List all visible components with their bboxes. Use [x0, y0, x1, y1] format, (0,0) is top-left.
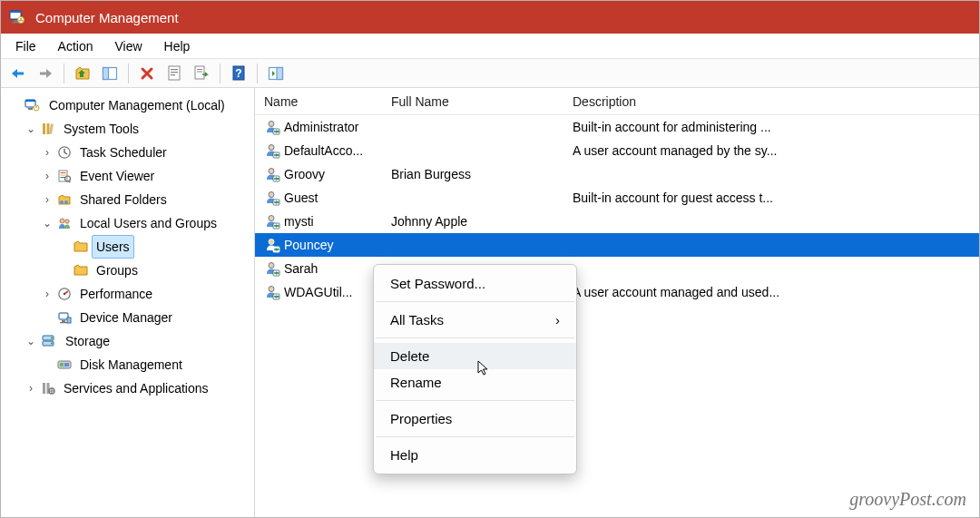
user-name-cell: Sarah — [260, 260, 387, 277]
watermark: groovyPost.com — [849, 489, 966, 510]
show-hide-tree-button[interactable] — [98, 62, 122, 85]
menu-help[interactable]: Help — [153, 37, 201, 55]
expand-closed-icon[interactable]: › — [41, 165, 54, 187]
device-manager-icon — [57, 310, 72, 325]
toolbar: ? — [1, 59, 979, 88]
list-pane[interactable]: Name Full Name Description Administrator… — [255, 88, 979, 517]
ctx-label: Rename — [390, 375, 442, 390]
help-button[interactable]: ? — [227, 62, 250, 85]
column-header-fullname[interactable]: Full Name — [387, 94, 569, 109]
svg-rect-16 — [197, 69, 202, 70]
forward-button[interactable] — [34, 62, 57, 85]
user-row[interactable]: DefaultAcco...A user account managed by … — [255, 139, 979, 162]
expand-closed-icon[interactable]: › — [41, 283, 54, 305]
user-description-cell: A user account managed and used... — [569, 285, 979, 299]
tree-local-users-groups[interactable]: ⌄ Local Users and Groups — [39, 211, 250, 235]
user-row[interactable]: AdministratorBuilt-in account for admini… — [255, 115, 979, 139]
tree-root[interactable]: Computer Management (Local) — [6, 93, 250, 117]
ctx-set-password[interactable]: Set Password... — [374, 270, 576, 297]
tree-shared-folders[interactable]: › Shared Folders — [39, 188, 250, 211]
expand-closed-icon[interactable]: › — [24, 377, 37, 399]
svg-rect-43 — [62, 320, 65, 322]
menu-action[interactable]: Action — [47, 37, 104, 55]
user-name-cell: Pouncey — [260, 237, 387, 253]
back-button[interactable] — [6, 62, 30, 85]
action-pane-button[interactable] — [264, 62, 288, 85]
svg-rect-26 — [35, 106, 36, 108]
ctx-properties[interactable]: Properties — [374, 406, 576, 432]
tree-disk-management[interactable]: Disk Management — [39, 353, 250, 376]
tree-groups[interactable]: Groups — [55, 259, 250, 282]
svg-point-49 — [51, 343, 53, 345]
user-name-label: Pouncey — [284, 238, 333, 252]
clock-icon — [57, 145, 72, 160]
svg-rect-13 — [171, 72, 178, 73]
ctx-help[interactable]: Help — [374, 442, 576, 468]
tree-task-scheduler[interactable]: › Task Scheduler — [39, 141, 250, 164]
svg-point-39 — [65, 220, 69, 223]
tree-system-tools[interactable]: ⌄ System Tools — [23, 117, 250, 141]
expand-closed-icon[interactable]: › — [41, 189, 54, 210]
user-name-label: Sarah — [284, 261, 318, 276]
svg-rect-53 — [43, 383, 45, 394]
expand-open-icon[interactable]: ⌄ — [41, 212, 54, 234]
user-description-cell: Built-in account for guest access t... — [569, 191, 979, 205]
system-tools-icon — [41, 122, 55, 136]
user-row[interactable]: Sarah — [255, 257, 979, 280]
tree-label: Local Users and Groups — [75, 211, 221, 235]
menu-view[interactable]: View — [103, 37, 152, 55]
up-button[interactable] — [71, 62, 94, 85]
properties-button[interactable] — [162, 62, 186, 85]
folder-icon — [74, 264, 88, 277]
tree-services-apps[interactable]: › Services and Applications — [23, 376, 250, 400]
tree-label: Disk Management — [75, 353, 187, 376]
svg-rect-87 — [274, 296, 278, 297]
svg-rect-67 — [274, 178, 278, 179]
menu-file[interactable]: File — [5, 37, 47, 55]
tree-label: Event Viewer — [75, 164, 159, 188]
user-name-label: Guest — [284, 191, 318, 205]
expand-closed-icon[interactable]: › — [41, 142, 54, 163]
ctx-rename[interactable]: Rename — [374, 369, 576, 396]
column-header-description[interactable]: Description — [569, 94, 979, 109]
column-header-name[interactable]: Name — [260, 94, 387, 109]
delete-button[interactable] — [135, 62, 159, 85]
svg-point-84 — [269, 287, 274, 292]
svg-rect-83 — [274, 272, 278, 273]
user-row[interactable]: mystiJohnny Apple — [255, 210, 979, 233]
folder-icon — [74, 240, 88, 253]
toolbar-separator — [257, 64, 258, 83]
expand-open-icon[interactable]: ⌄ — [24, 330, 37, 352]
ctx-delete[interactable]: Delete — [374, 343, 576, 369]
tree-pane[interactable]: Computer Management (Local) ⌄ System Too… — [1, 88, 255, 517]
tree-device-manager[interactable]: Device Manager — [39, 306, 250, 329]
tree-performance[interactable]: › Performance — [39, 282, 250, 306]
tree-storage[interactable]: ⌄ Storage — [23, 329, 250, 353]
user-row[interactable]: Pouncey — [255, 233, 979, 257]
ctx-all-tasks[interactable]: All Tasks › — [374, 307, 576, 333]
user-name-cell: mysti — [260, 213, 387, 230]
user-name-cell: Guest — [260, 190, 387, 206]
tree-event-viewer[interactable]: › Event Viewer — [39, 164, 250, 188]
svg-point-76 — [269, 239, 274, 245]
context-menu: Set Password... All Tasks › Delete Renam… — [373, 264, 577, 474]
svg-rect-17 — [197, 71, 202, 72]
svg-rect-12 — [171, 69, 178, 70]
svg-point-80 — [269, 263, 274, 269]
user-icon — [264, 237, 280, 253]
svg-rect-15 — [195, 66, 204, 79]
user-row[interactable]: GroovyBrian Burgess — [255, 162, 979, 186]
context-menu-separator — [376, 337, 574, 338]
svg-rect-71 — [274, 201, 278, 202]
user-row[interactable]: WDAGUtil...A user account managed and us… — [255, 280, 979, 304]
expand-open-icon[interactable]: ⌄ — [24, 118, 37, 140]
storage-icon — [41, 334, 57, 348]
tree-label: Storage — [61, 329, 114, 353]
svg-rect-44 — [60, 322, 67, 323]
user-icon — [264, 260, 280, 277]
user-row[interactable]: GuestBuilt-in account for guest access t… — [255, 186, 979, 210]
export-button[interactable] — [190, 62, 213, 85]
toolbar-separator — [220, 64, 220, 83]
toolbar-separator — [64, 64, 64, 83]
tree-users[interactable]: Users — [55, 235, 250, 259]
